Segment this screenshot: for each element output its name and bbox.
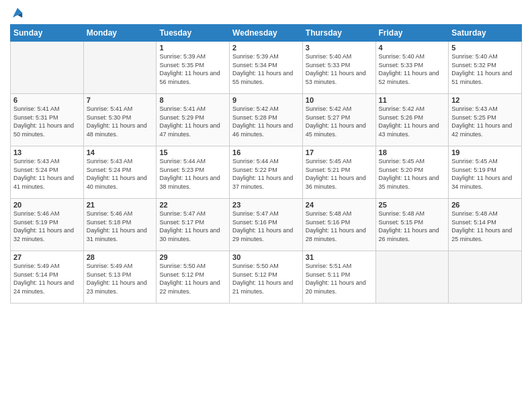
calendar-table: SundayMondayTuesdayWednesdayThursdayFrid… <box>10 24 522 304</box>
calendar-cell: 10Sunrise: 5:42 AM Sunset: 5:27 PM Dayli… <box>302 94 375 146</box>
day-number: 12 <box>451 96 519 104</box>
day-number: 17 <box>306 148 373 156</box>
day-info: Sunrise: 5:48 AM Sunset: 5:16 PM Dayligh… <box>306 210 373 243</box>
day-number: 25 <box>379 201 446 209</box>
day-info: Sunrise: 5:45 AM Sunset: 5:20 PM Dayligh… <box>379 157 446 191</box>
day-number: 20 <box>13 201 81 209</box>
day-info: Sunrise: 5:40 AM Sunset: 5:33 PM Dayligh… <box>379 52 446 86</box>
day-number: 2 <box>232 44 300 52</box>
day-number: 19 <box>451 148 519 156</box>
calendar-header-row: SundayMondayTuesdayWednesdayThursdayFrid… <box>11 25 522 42</box>
calendar-cell: 20Sunrise: 5:46 AM Sunset: 5:19 PM Dayli… <box>11 199 84 251</box>
day-number: 30 <box>232 253 300 261</box>
day-info: Sunrise: 5:47 AM Sunset: 5:17 PM Dayligh… <box>159 210 226 243</box>
day-number: 3 <box>306 44 373 52</box>
calendar-cell: 18Sunrise: 5:45 AM Sunset: 5:20 PM Dayli… <box>375 146 449 199</box>
calendar-week-1: 1Sunrise: 5:39 AM Sunset: 5:35 PM Daylig… <box>11 42 522 94</box>
calendar-cell: 5Sunrise: 5:40 AM Sunset: 5:32 PM Daylig… <box>449 42 522 94</box>
day-number: 15 <box>159 148 226 156</box>
calendar-cell: 28Sunrise: 5:49 AM Sunset: 5:13 PM Dayli… <box>83 251 157 304</box>
calendar-cell: 23Sunrise: 5:47 AM Sunset: 5:16 PM Dayli… <box>230 199 303 251</box>
calendar-cell: 8Sunrise: 5:41 AM Sunset: 5:29 PM Daylig… <box>157 94 230 146</box>
calendar-cell: 19Sunrise: 5:45 AM Sunset: 5:19 PM Dayli… <box>449 146 522 199</box>
day-info: Sunrise: 5:44 AM Sunset: 5:23 PM Dayligh… <box>159 157 226 191</box>
day-number: 28 <box>87 253 154 261</box>
calendar-cell: 25Sunrise: 5:48 AM Sunset: 5:15 PM Dayli… <box>375 199 449 251</box>
header <box>10 7 522 19</box>
day-info: Sunrise: 5:40 AM Sunset: 5:33 PM Dayligh… <box>306 52 373 86</box>
day-number: 27 <box>13 253 81 261</box>
calendar-cell <box>375 251 449 304</box>
calendar-cell: 24Sunrise: 5:48 AM Sunset: 5:16 PM Dayli… <box>302 199 375 251</box>
day-number: 16 <box>232 148 300 156</box>
weekday-header-friday: Friday <box>375 25 449 42</box>
day-info: Sunrise: 5:40 AM Sunset: 5:32 PM Dayligh… <box>451 52 519 86</box>
day-number: 6 <box>13 96 81 104</box>
day-info: Sunrise: 5:41 AM Sunset: 5:30 PM Dayligh… <box>87 105 154 138</box>
weekday-header-saturday: Saturday <box>449 25 522 42</box>
day-number: 29 <box>159 253 226 261</box>
calendar-cell: 13Sunrise: 5:43 AM Sunset: 5:24 PM Dayli… <box>11 146 84 199</box>
calendar-cell: 21Sunrise: 5:46 AM Sunset: 5:18 PM Dayli… <box>83 199 157 251</box>
calendar-week-2: 6Sunrise: 5:41 AM Sunset: 5:31 PM Daylig… <box>11 94 522 146</box>
day-info: Sunrise: 5:39 AM Sunset: 5:34 PM Dayligh… <box>232 52 300 86</box>
weekday-header-monday: Monday <box>83 25 157 42</box>
day-info: Sunrise: 5:42 AM Sunset: 5:27 PM Dayligh… <box>306 105 373 138</box>
calendar-week-3: 13Sunrise: 5:43 AM Sunset: 5:24 PM Dayli… <box>11 146 522 199</box>
calendar-cell: 17Sunrise: 5:45 AM Sunset: 5:21 PM Dayli… <box>302 146 375 199</box>
logo-icon <box>11 7 24 19</box>
calendar-cell: 14Sunrise: 5:43 AM Sunset: 5:24 PM Dayli… <box>83 146 157 199</box>
day-info: Sunrise: 5:43 AM Sunset: 5:24 PM Dayligh… <box>13 157 81 191</box>
day-number: 18 <box>379 148 446 156</box>
weekday-header-tuesday: Tuesday <box>157 25 230 42</box>
day-info: Sunrise: 5:51 AM Sunset: 5:11 PM Dayligh… <box>306 262 373 295</box>
day-info: Sunrise: 5:48 AM Sunset: 5:14 PM Dayligh… <box>451 210 519 243</box>
page: SundayMondayTuesdayWednesdayThursdayFrid… <box>0 0 532 411</box>
calendar-cell: 22Sunrise: 5:47 AM Sunset: 5:17 PM Dayli… <box>157 199 230 251</box>
calendar-week-4: 20Sunrise: 5:46 AM Sunset: 5:19 PM Dayli… <box>11 199 522 251</box>
day-info: Sunrise: 5:48 AM Sunset: 5:15 PM Dayligh… <box>379 210 446 243</box>
day-info: Sunrise: 5:50 AM Sunset: 5:12 PM Dayligh… <box>232 262 300 295</box>
calendar-cell: 30Sunrise: 5:50 AM Sunset: 5:12 PM Dayli… <box>230 251 303 304</box>
day-info: Sunrise: 5:46 AM Sunset: 5:19 PM Dayligh… <box>13 210 81 243</box>
day-info: Sunrise: 5:39 AM Sunset: 5:35 PM Dayligh… <box>159 52 226 86</box>
weekday-header-sunday: Sunday <box>11 25 84 42</box>
day-info: Sunrise: 5:49 AM Sunset: 5:14 PM Dayligh… <box>13 262 81 295</box>
day-info: Sunrise: 5:42 AM Sunset: 5:28 PM Dayligh… <box>232 105 300 138</box>
calendar-cell: 12Sunrise: 5:43 AM Sunset: 5:25 PM Dayli… <box>449 94 522 146</box>
weekday-header-wednesday: Wednesday <box>230 25 303 42</box>
day-info: Sunrise: 5:42 AM Sunset: 5:26 PM Dayligh… <box>379 105 446 138</box>
day-info: Sunrise: 5:49 AM Sunset: 5:13 PM Dayligh… <box>87 262 154 295</box>
calendar-cell: 11Sunrise: 5:42 AM Sunset: 5:26 PM Dayli… <box>375 94 449 146</box>
day-number: 1 <box>159 44 226 52</box>
day-number: 14 <box>87 148 154 156</box>
day-number: 10 <box>306 96 373 104</box>
day-number: 7 <box>87 96 154 104</box>
day-info: Sunrise: 5:44 AM Sunset: 5:22 PM Dayligh… <box>232 157 300 191</box>
calendar-week-5: 27Sunrise: 5:49 AM Sunset: 5:14 PM Dayli… <box>11 251 522 304</box>
calendar-cell: 2Sunrise: 5:39 AM Sunset: 5:34 PM Daylig… <box>230 42 303 94</box>
calendar-cell: 31Sunrise: 5:51 AM Sunset: 5:11 PM Dayli… <box>302 251 375 304</box>
day-info: Sunrise: 5:43 AM Sunset: 5:25 PM Dayligh… <box>451 105 519 138</box>
day-number: 31 <box>306 253 373 261</box>
calendar-cell <box>449 251 522 304</box>
day-info: Sunrise: 5:46 AM Sunset: 5:18 PM Dayligh… <box>87 210 154 243</box>
day-number: 9 <box>232 96 300 104</box>
day-number: 21 <box>87 201 154 209</box>
calendar-cell: 15Sunrise: 5:44 AM Sunset: 5:23 PM Dayli… <box>157 146 230 199</box>
calendar-cell: 27Sunrise: 5:49 AM Sunset: 5:14 PM Dayli… <box>11 251 84 304</box>
day-number: 24 <box>306 201 373 209</box>
day-number: 4 <box>379 44 446 52</box>
calendar-cell: 6Sunrise: 5:41 AM Sunset: 5:31 PM Daylig… <box>11 94 84 146</box>
day-number: 5 <box>451 44 519 52</box>
weekday-header-thursday: Thursday <box>302 25 375 42</box>
calendar-cell: 3Sunrise: 5:40 AM Sunset: 5:33 PM Daylig… <box>302 42 375 94</box>
calendar-cell: 29Sunrise: 5:50 AM Sunset: 5:12 PM Dayli… <box>157 251 230 304</box>
calendar-cell: 9Sunrise: 5:42 AM Sunset: 5:28 PM Daylig… <box>230 94 303 146</box>
day-number: 11 <box>379 96 446 104</box>
day-number: 22 <box>159 201 226 209</box>
calendar-cell: 7Sunrise: 5:41 AM Sunset: 5:30 PM Daylig… <box>83 94 157 146</box>
calendar-cell: 26Sunrise: 5:48 AM Sunset: 5:14 PM Dayli… <box>449 199 522 251</box>
calendar-cell <box>11 42 84 94</box>
day-info: Sunrise: 5:45 AM Sunset: 5:19 PM Dayligh… <box>451 157 519 191</box>
